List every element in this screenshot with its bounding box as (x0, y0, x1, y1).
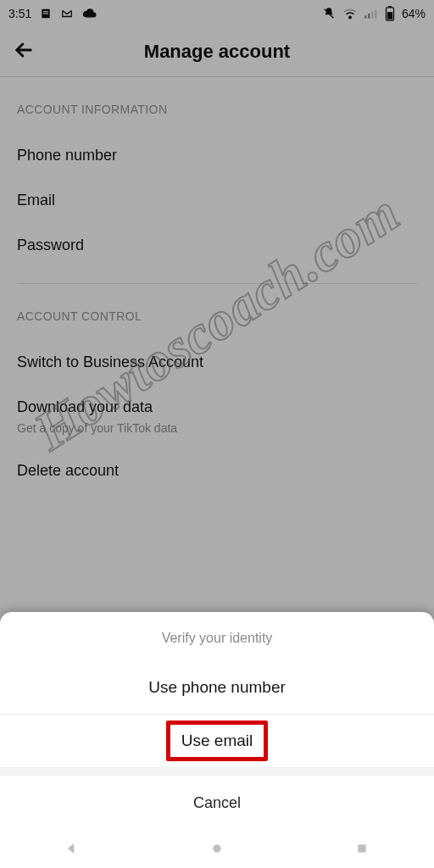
wifi-icon (342, 8, 358, 19)
document-icon (40, 8, 52, 19)
verify-identity-sheet: Verify your identity Use phone number Us… (0, 612, 434, 868)
svg-rect-7 (375, 9, 376, 18)
section-account-information-header: ACCOUNT INFORMATION (17, 77, 417, 133)
svg-rect-9 (388, 6, 392, 8)
row-download-data-label: Download your data (17, 398, 153, 415)
section-account-control-header: ACCOUNT CONTROL (17, 284, 417, 340)
row-download-data[interactable]: Download your data Get a copy of your Ti… (17, 385, 417, 448)
svg-rect-1 (43, 11, 48, 12)
svg-rect-5 (368, 14, 370, 19)
system-nav-bar (0, 829, 434, 868)
battery-percent: 64% (402, 7, 426, 20)
status-time: 3:51 (8, 7, 31, 20)
sheet-title: Verify your identity (0, 612, 434, 661)
option-use-email[interactable]: Use email (0, 715, 434, 767)
svg-rect-10 (387, 12, 392, 19)
back-button[interactable] (12, 38, 36, 65)
nav-back-icon[interactable] (55, 832, 89, 865)
row-password[interactable]: Password (17, 223, 417, 268)
svg-rect-4 (364, 15, 366, 18)
page-header: Manage account (0, 27, 434, 76)
svg-point-11 (213, 844, 220, 852)
row-email[interactable]: Email (17, 178, 417, 223)
row-phone-number[interactable]: Phone number (17, 133, 417, 178)
nav-home-icon[interactable] (200, 832, 234, 865)
sheet-gap (0, 767, 434, 776)
option-use-email-label: Use email (181, 732, 253, 749)
sheet-cancel[interactable]: Cancel (0, 776, 434, 829)
svg-rect-2 (43, 13, 48, 14)
option-use-phone-number[interactable]: Use phone number (0, 661, 434, 714)
row-switch-business[interactable]: Switch to Business Account (17, 340, 417, 385)
vibrate-icon (322, 7, 336, 20)
svg-rect-6 (371, 12, 373, 19)
page-title: Manage account (0, 41, 434, 63)
status-bar: 3:51 (0, 0, 434, 27)
row-download-data-sub: Get a copy of your TikTok data (17, 421, 417, 435)
battery-icon (385, 6, 395, 21)
mail-icon (60, 8, 74, 19)
signal-icon (364, 8, 378, 19)
row-delete-account[interactable]: Delete account (17, 448, 417, 493)
svg-rect-12 (358, 844, 365, 852)
svg-point-3 (349, 16, 351, 18)
nav-recent-icon[interactable] (345, 832, 379, 865)
cloud-icon (82, 8, 97, 19)
